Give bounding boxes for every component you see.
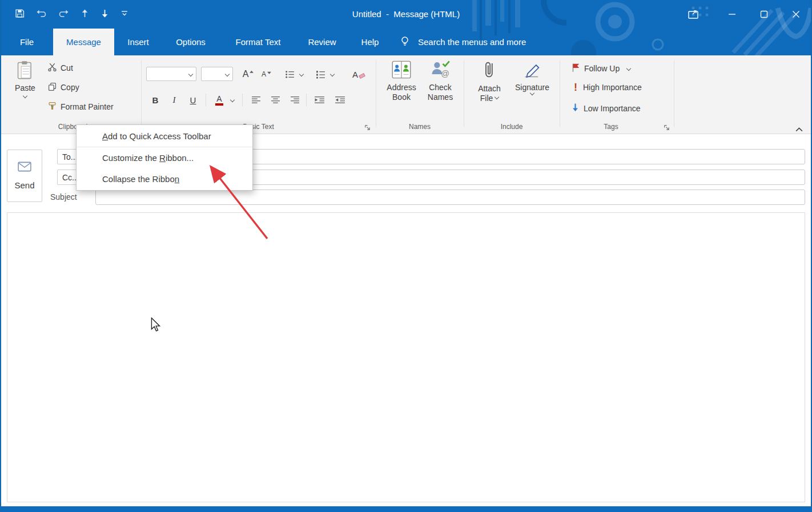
decrease-indent-icon (314, 96, 325, 104)
attach-file-label-line1: Attach (478, 84, 501, 93)
numbering-dropdown-button[interactable] (328, 67, 336, 82)
title-and-menu-chrome: Untitled - Message (HTML) File Message I… (0, 0, 812, 55)
include-group-caption: Include (464, 123, 560, 131)
outlook-message-window: Untitled - Message (HTML) File Message I… (0, 0, 812, 512)
menu-item-add-to-quick-access-toolbar[interactable]: Add to Quick Access Toolbar (77, 126, 252, 147)
align-right-button[interactable] (287, 92, 303, 107)
tags-dialog-launcher-icon[interactable] (664, 123, 670, 132)
maximize-button[interactable] (748, 0, 780, 29)
small-separator (242, 94, 243, 106)
group-separator (674, 60, 674, 127)
attach-file-label-line2-row: File (480, 94, 499, 103)
low-importance-arrow-icon (571, 103, 580, 114)
shrink-font-button[interactable]: A (258, 67, 275, 82)
font-color-label: A (216, 95, 222, 103)
quick-access-toolbar (15, 0, 128, 29)
copy-label: Copy (61, 83, 79, 92)
align-center-icon (271, 96, 280, 104)
names-group-caption: Names (376, 123, 464, 131)
clear-formatting-button[interactable]: A (349, 67, 368, 82)
mouse-cursor (150, 317, 162, 332)
low-importance-button[interactable]: Low Importance (571, 103, 641, 114)
tab-options[interactable]: Options (171, 29, 210, 55)
attach-file-chevron-icon (495, 95, 499, 99)
customize-quick-access-toolbar-icon[interactable] (120, 9, 128, 19)
scissors-icon (48, 63, 57, 73)
font-color-dropdown-button[interactable] (228, 92, 236, 107)
tags-group-caption: Tags (560, 123, 662, 131)
paste-button[interactable]: Paste (10, 61, 40, 98)
font-color-button[interactable]: A (211, 92, 227, 107)
tab-insert[interactable]: Insert (124, 29, 152, 55)
follow-up-chevron-icon (626, 66, 631, 71)
check-names-icon: @ (430, 60, 451, 81)
tab-format-text[interactable]: Format Text (231, 29, 286, 55)
follow-up-button[interactable]: Follow Up (571, 63, 630, 74)
underline-button[interactable]: U (185, 92, 201, 107)
format-painter-button[interactable]: Format Painter (48, 102, 114, 112)
decrease-indent-button[interactable] (311, 92, 328, 107)
signature-button[interactable]: Signature (513, 60, 552, 95)
numbered-list-icon (316, 70, 325, 79)
cut-label: Cut (61, 63, 73, 72)
bold-button[interactable]: B (147, 92, 163, 107)
small-separator (206, 94, 206, 106)
check-names-button[interactable]: @ Check Names (424, 60, 457, 102)
font-size-chevron-icon (225, 71, 230, 76)
increase-indent-icon (335, 96, 345, 104)
search-box[interactable]: Search the menus and more (400, 29, 526, 55)
send-message-icon (18, 162, 31, 174)
address-book-label-line1: Address (387, 83, 416, 92)
paste-clipboard-icon (17, 61, 34, 82)
tab-help[interactable]: Help (359, 29, 381, 55)
move-down-icon[interactable] (101, 9, 109, 21)
address-book-button[interactable]: Address Book (384, 60, 419, 102)
font-size-combobox[interactable] (201, 67, 233, 81)
high-importance-button[interactable]: ! High Importance (572, 83, 642, 92)
small-separator (306, 94, 307, 106)
minimize-button[interactable] (716, 0, 748, 29)
font-color-chevron-icon (230, 98, 235, 102)
cut-button[interactable]: Cut (48, 63, 73, 73)
lightbulb-search-icon (400, 35, 410, 49)
check-names-label-line1: Check (429, 83, 452, 92)
collapse-ribbon-chevron-icon[interactable] (795, 125, 803, 134)
align-center-button[interactable] (267, 92, 283, 107)
increase-indent-button[interactable] (331, 92, 348, 107)
tab-message[interactable]: Message (53, 29, 114, 55)
save-icon[interactable] (15, 9, 25, 21)
move-up-icon[interactable] (81, 9, 89, 21)
address-book-icon (391, 60, 412, 81)
align-right-icon (290, 96, 300, 104)
attach-file-button[interactable]: Attach File (474, 60, 505, 103)
popout-window-icon[interactable] (677, 0, 709, 29)
font-name-combobox[interactable] (146, 67, 196, 81)
clear-formatting-label: A (352, 70, 358, 79)
tab-review[interactable]: Review (306, 29, 338, 55)
bullets-button[interactable] (282, 67, 297, 82)
tab-file[interactable]: File (16, 29, 38, 55)
close-button[interactable] (780, 0, 812, 29)
grow-font-button[interactable]: A (240, 67, 257, 82)
align-left-button[interactable] (248, 92, 264, 107)
message-body-editor[interactable] (7, 212, 805, 502)
window-border-bottom (0, 506, 812, 512)
shrink-font-label: A (262, 70, 266, 78)
copy-icon (48, 82, 57, 92)
send-button[interactable]: Send (7, 150, 42, 202)
undo-icon[interactable] (36, 9, 47, 20)
copy-button[interactable]: Copy (48, 82, 79, 92)
bullet-list-icon (285, 70, 295, 79)
window-controls (677, 0, 812, 29)
redo-icon[interactable] (58, 9, 69, 20)
basic-text-dialog-launcher-icon[interactable] (364, 123, 371, 132)
italic-button[interactable]: I (166, 92, 182, 107)
paperclip-icon (482, 60, 497, 82)
group-separator (141, 60, 142, 127)
numbering-button[interactable] (313, 67, 328, 82)
signature-pen-icon (522, 60, 542, 81)
grow-font-arrow-icon (249, 70, 254, 75)
eraser-icon (359, 73, 365, 79)
bullets-dropdown-button[interactable] (298, 67, 305, 82)
shrink-font-arrow-icon (267, 70, 272, 75)
